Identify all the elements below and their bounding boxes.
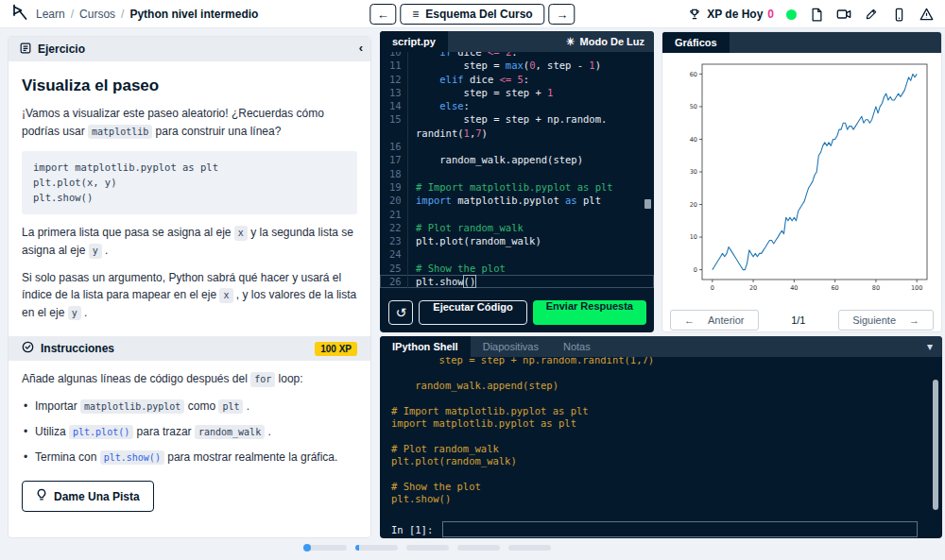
code-line[interactable]: 24 [380, 247, 654, 261]
console-tab-bar: IPython Shell Diapositivas Notas ▾ [380, 336, 942, 357]
hamburger-icon: ≡ [412, 8, 419, 21]
code-line[interactable]: 10 if dice <= 2: [380, 52, 654, 59]
shell-prompt-label: In [1]: [391, 524, 433, 535]
exercise-title: Visualiza el paseo [22, 76, 357, 95]
random-walk-line-chart: 0204060801000102030405060 [668, 55, 936, 304]
progress-segment[interactable] [355, 545, 398, 551]
tab-graficos[interactable]: Gráficos [662, 32, 730, 53]
status-dot [786, 9, 797, 20]
code-line[interactable]: 22# Plot random_walk [380, 221, 654, 234]
shell-output-line [391, 506, 918, 518]
xp-count: 0 [767, 8, 774, 21]
light-mode-toggle[interactable]: ☀ Modo De Luz [566, 36, 654, 48]
chart-pagination: ← Anterior 1/1 Siguiente → [662, 306, 941, 332]
shell-output-line: # Show the plot [391, 481, 918, 493]
inline-code-chip: matplotlib.pyplot [80, 399, 184, 414]
progress-segment[interactable] [508, 545, 551, 551]
svg-text:30: 30 [689, 168, 696, 176]
shell-output-line: # Plot random_walk [391, 443, 918, 455]
code-line[interactable]: 17 random_walk.append(step) [380, 153, 654, 166]
exercise-intro: ¡Vamos a visualizar este paseo aleatorio… [22, 105, 357, 140]
code-line[interactable]: 19# Import matplotlib.pyplot as plt [380, 180, 654, 194]
exercise-paragraph: La primera lista que pasa se asigna al e… [22, 224, 357, 259]
code-line[interactable]: 26plt.show() [380, 275, 654, 288]
instruction-item: Termina con plt.show() para mostrar real… [22, 449, 357, 466]
mobile-icon[interactable] [891, 7, 906, 22]
exercise-header-label: Ejercicio [38, 42, 85, 56]
collapse-panel-icon[interactable]: ‹ [359, 41, 363, 55]
inline-code-chip: plt.show() [100, 450, 164, 465]
chart-page-indicator: 1/1 [759, 314, 839, 326]
next-exercise-button[interactable]: → [549, 4, 576, 25]
left-arrow-icon: ← [684, 314, 695, 326]
run-code-button[interactable]: Ejecutar Código [419, 300, 526, 325]
hint-button[interactable]: Dame Una Pista [22, 481, 154, 512]
code-line[interactable]: 13 step = step + 1 [380, 86, 654, 99]
tab-ipython-shell[interactable]: IPython Shell [380, 336, 471, 357]
previous-exercise-button[interactable]: ← [369, 4, 396, 25]
inline-code-chip: x [234, 226, 248, 241]
shell-input[interactable] [442, 521, 918, 537]
chart-prev-button[interactable]: ← Anterior [670, 310, 759, 331]
course-outline-button[interactable]: ≡ Esquema Del Curso [400, 4, 544, 25]
code-line[interactable]: 14 else: [380, 99, 654, 112]
code-line[interactable]: 20import matplotlib.pyplot as plt [380, 194, 654, 207]
shell-output-line: random_walk.append(step) [391, 380, 918, 392]
chart-figure: 0204060801000102030405060 [662, 53, 941, 306]
charts-panel: Gráficos 0204060801000102030405060 ← Ant… [662, 31, 942, 332]
progress-segment[interactable] [304, 545, 347, 551]
example-code-block: import matplotlib.pyplot as plt plt.plot… [22, 151, 357, 214]
xp-badge: 100 XP [315, 342, 357, 356]
svg-text:10: 10 [689, 233, 696, 241]
datacamp-logo-icon[interactable] [9, 3, 28, 25]
warning-icon[interactable] [919, 7, 934, 22]
svg-text:20: 20 [748, 284, 756, 292]
code-line[interactable]: 12 elif dice <= 5: [380, 73, 654, 86]
breadcrumb-learn[interactable]: Learn [36, 8, 65, 21]
code-line[interactable]: 16 [380, 140, 654, 153]
code-line[interactable]: 21 [380, 208, 654, 221]
instructions-lead: Añade algunas líneas de código después d… [22, 370, 357, 388]
svg-text:80: 80 [871, 284, 879, 292]
code-line[interactable]: randint(1,7) [380, 127, 654, 140]
instructions-header: Instrucciones 100 XP [9, 336, 370, 361]
charts-tab-bar: Gráficos [662, 32, 941, 53]
editor-scrollbar-thumb[interactable] [644, 199, 651, 209]
svg-text:0: 0 [710, 284, 713, 292]
document-icon[interactable] [809, 7, 824, 22]
trophy-icon [687, 7, 702, 22]
instructions-list: Importar matplotlib.pyplot como plt .Uti… [22, 398, 357, 466]
code-line[interactable]: 11 step = max(0, step - 1) [380, 59, 654, 72]
shell-output-area[interactable]: step = step + np.random.randint(1,7) ran… [380, 357, 929, 538]
video-icon[interactable] [836, 7, 851, 22]
progress-segment[interactable] [406, 545, 449, 551]
editor-tab-bar: script.py ☀ Modo De Luz [380, 31, 654, 52]
lightbulb-icon [36, 488, 47, 504]
code-line[interactable]: 18 [380, 167, 654, 180]
exercise-doc-icon [20, 41, 31, 58]
instruction-item: Importar matplotlib.pyplot como plt . [22, 398, 357, 415]
tab-diapositivas[interactable]: Diapositivas [471, 336, 551, 357]
pencil-icon[interactable] [864, 7, 879, 22]
code-editor-area[interactable]: 10 if dice <= 2:11 step = max(0, step - … [380, 52, 654, 332]
svg-text:50: 50 [689, 103, 696, 110]
top-bar: Learn / Cursos / Python nivel intermedio… [0, 0, 945, 28]
chevron-down-icon[interactable]: ▾ [927, 340, 942, 353]
chart-next-button[interactable]: Siguiente → [838, 310, 934, 331]
inline-code-chip: plt [218, 399, 243, 414]
shell-scrollbar-thumb[interactable] [933, 380, 938, 510]
code-line[interactable]: 15 step = step + np.random. [380, 112, 654, 126]
shell-output-line [391, 430, 918, 442]
tab-script-py[interactable]: script.py [380, 31, 448, 52]
shell-output-line: import matplotlib.pyplot as plt [391, 417, 918, 430]
exercise-paragraph: Si solo pasas un argumento, Python sabrá… [22, 269, 357, 322]
tab-notas[interactable]: Notas [551, 336, 603, 357]
code-line[interactable]: 23plt.plot(random_walk) [380, 234, 654, 247]
reset-code-button[interactable]: ↺ [388, 300, 413, 325]
code-line[interactable]: 25# Show the plot [380, 262, 654, 275]
submit-answer-button[interactable]: Enviar Respuesta [533, 300, 646, 325]
breadcrumb-cursos[interactable]: Cursos [79, 8, 115, 21]
svg-text:40: 40 [689, 136, 696, 144]
daily-xp-indicator: XP de Hoy 0 [687, 7, 774, 22]
progress-segment[interactable] [457, 545, 500, 551]
